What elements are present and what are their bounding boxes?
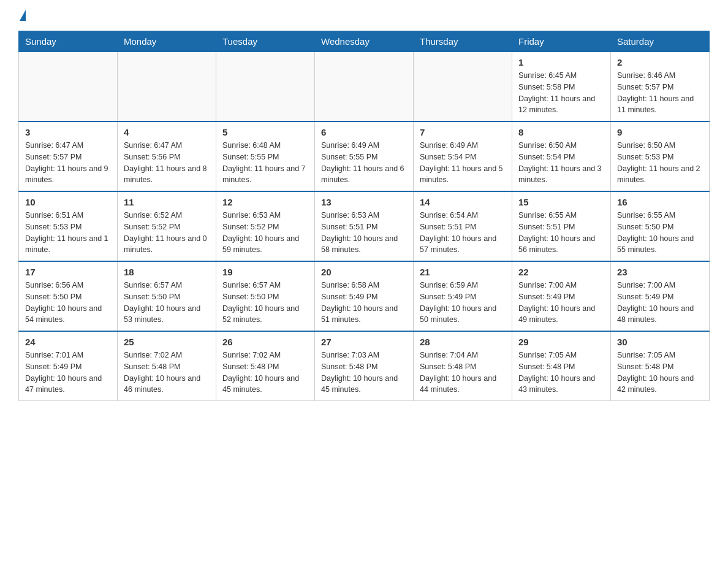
weekday-header-sunday: Sunday: [19, 31, 118, 52]
calendar-cell: 2Sunrise: 6:46 AMSunset: 5:57 PMDaylight…: [611, 52, 710, 122]
calendar-cell: 27Sunrise: 7:03 AMSunset: 5:48 PMDayligh…: [315, 331, 414, 401]
calendar-cell: 18Sunrise: 6:57 AMSunset: 5:50 PMDayligh…: [118, 261, 216, 331]
day-number: 12: [222, 197, 308, 207]
weekday-header-row: SundayMondayTuesdayWednesdayThursdayFrid…: [19, 31, 710, 52]
logo: [18, 12, 26, 18]
calendar-cell: [19, 52, 118, 122]
day-info: Sunrise: 6:46 AMSunset: 5:57 PMDaylight:…: [617, 70, 703, 116]
day-number: 21: [420, 267, 506, 277]
calendar-cell: 14Sunrise: 6:54 AMSunset: 5:51 PMDayligh…: [414, 191, 512, 261]
weekday-header-monday: Monday: [118, 31, 216, 52]
day-number: 5: [222, 127, 308, 137]
day-info: Sunrise: 6:56 AMSunset: 5:50 PMDaylight:…: [25, 280, 111, 326]
day-info: Sunrise: 6:55 AMSunset: 5:50 PMDaylight:…: [617, 210, 703, 256]
day-number: 20: [321, 267, 407, 277]
calendar-week-row: 3Sunrise: 6:47 AMSunset: 5:57 PMDaylight…: [19, 121, 710, 191]
calendar-cell: 22Sunrise: 7:00 AMSunset: 5:49 PMDayligh…: [512, 261, 611, 331]
calendar-cell: 10Sunrise: 6:51 AMSunset: 5:53 PMDayligh…: [19, 191, 118, 261]
calendar-cell: 8Sunrise: 6:50 AMSunset: 5:54 PMDaylight…: [512, 121, 611, 191]
calendar-cell: [315, 52, 414, 122]
calendar-cell: 29Sunrise: 7:05 AMSunset: 5:48 PMDayligh…: [512, 331, 611, 401]
calendar-cell: [414, 52, 512, 122]
day-number: 13: [321, 197, 407, 207]
calendar-cell: 26Sunrise: 7:02 AMSunset: 5:48 PMDayligh…: [216, 331, 315, 401]
day-info: Sunrise: 7:03 AMSunset: 5:48 PMDaylight:…: [321, 350, 407, 396]
day-number: 24: [25, 337, 111, 347]
day-number: 9: [617, 127, 703, 137]
day-info: Sunrise: 6:47 AMSunset: 5:57 PMDaylight:…: [25, 140, 111, 186]
day-info: Sunrise: 6:50 AMSunset: 5:53 PMDaylight:…: [617, 140, 703, 186]
day-info: Sunrise: 6:52 AMSunset: 5:52 PMDaylight:…: [124, 210, 210, 256]
calendar-cell: 9Sunrise: 6:50 AMSunset: 5:53 PMDaylight…: [611, 121, 710, 191]
day-info: Sunrise: 6:53 AMSunset: 5:51 PMDaylight:…: [321, 210, 407, 256]
day-number: 2: [617, 57, 703, 67]
day-info: Sunrise: 7:04 AMSunset: 5:48 PMDaylight:…: [420, 350, 506, 396]
day-info: Sunrise: 7:01 AMSunset: 5:49 PMDaylight:…: [25, 350, 111, 396]
day-number: 26: [222, 337, 308, 347]
day-number: 23: [617, 267, 703, 277]
calendar-cell: 6Sunrise: 6:49 AMSunset: 5:55 PMDaylight…: [315, 121, 414, 191]
calendar-cell: [118, 52, 216, 122]
day-info: Sunrise: 6:53 AMSunset: 5:52 PMDaylight:…: [222, 210, 308, 256]
calendar-cell: 28Sunrise: 7:04 AMSunset: 5:48 PMDayligh…: [414, 331, 512, 401]
calendar-table: SundayMondayTuesdayWednesdayThursdayFrid…: [18, 31, 710, 401]
calendar-cell: 30Sunrise: 7:05 AMSunset: 5:48 PMDayligh…: [611, 331, 710, 401]
calendar-cell: 24Sunrise: 7:01 AMSunset: 5:49 PMDayligh…: [19, 331, 118, 401]
day-number: 11: [124, 197, 210, 207]
calendar-week-row: 17Sunrise: 6:56 AMSunset: 5:50 PMDayligh…: [19, 261, 710, 331]
calendar-cell: [216, 52, 315, 122]
logo-triangle-icon: [20, 10, 26, 21]
day-number: 22: [518, 267, 604, 277]
weekday-header-wednesday: Wednesday: [315, 31, 414, 52]
day-number: 7: [420, 127, 506, 137]
day-info: Sunrise: 6:47 AMSunset: 5:56 PMDaylight:…: [124, 140, 210, 186]
day-info: Sunrise: 6:58 AMSunset: 5:49 PMDaylight:…: [321, 280, 407, 326]
day-info: Sunrise: 7:00 AMSunset: 5:49 PMDaylight:…: [518, 280, 604, 326]
day-number: 18: [124, 267, 210, 277]
calendar-cell: 21Sunrise: 6:59 AMSunset: 5:49 PMDayligh…: [414, 261, 512, 331]
day-number: 17: [25, 267, 111, 277]
day-number: 27: [321, 337, 407, 347]
day-info: Sunrise: 7:05 AMSunset: 5:48 PMDaylight:…: [617, 350, 703, 396]
calendar-cell: 7Sunrise: 6:49 AMSunset: 5:54 PMDaylight…: [414, 121, 512, 191]
calendar-week-row: 10Sunrise: 6:51 AMSunset: 5:53 PMDayligh…: [19, 191, 710, 261]
day-number: 16: [617, 197, 703, 207]
calendar-cell: 25Sunrise: 7:02 AMSunset: 5:48 PMDayligh…: [118, 331, 216, 401]
day-number: 1: [518, 57, 604, 67]
day-number: 14: [420, 197, 506, 207]
day-info: Sunrise: 6:57 AMSunset: 5:50 PMDaylight:…: [124, 280, 210, 326]
calendar-week-row: 24Sunrise: 7:01 AMSunset: 5:49 PMDayligh…: [19, 331, 710, 401]
day-info: Sunrise: 6:50 AMSunset: 5:54 PMDaylight:…: [518, 140, 604, 186]
day-number: 25: [124, 337, 210, 347]
weekday-header-tuesday: Tuesday: [216, 31, 315, 52]
calendar-cell: 5Sunrise: 6:48 AMSunset: 5:55 PMDaylight…: [216, 121, 315, 191]
day-info: Sunrise: 7:00 AMSunset: 5:49 PMDaylight:…: [617, 280, 703, 326]
calendar-cell: 12Sunrise: 6:53 AMSunset: 5:52 PMDayligh…: [216, 191, 315, 261]
weekday-header-friday: Friday: [512, 31, 611, 52]
day-info: Sunrise: 7:05 AMSunset: 5:48 PMDaylight:…: [518, 350, 604, 396]
day-number: 10: [25, 197, 111, 207]
calendar-cell: 1Sunrise: 6:45 AMSunset: 5:58 PMDaylight…: [512, 52, 611, 122]
calendar-cell: 4Sunrise: 6:47 AMSunset: 5:56 PMDaylight…: [118, 121, 216, 191]
day-info: Sunrise: 6:57 AMSunset: 5:50 PMDaylight:…: [222, 280, 308, 326]
calendar-cell: 3Sunrise: 6:47 AMSunset: 5:57 PMDaylight…: [19, 121, 118, 191]
day-info: Sunrise: 6:45 AMSunset: 5:58 PMDaylight:…: [518, 70, 604, 116]
day-number: 30: [617, 337, 703, 347]
day-number: 4: [124, 127, 210, 137]
day-number: 3: [25, 127, 111, 137]
calendar-cell: 13Sunrise: 6:53 AMSunset: 5:51 PMDayligh…: [315, 191, 414, 261]
day-number: 29: [518, 337, 604, 347]
day-info: Sunrise: 6:49 AMSunset: 5:54 PMDaylight:…: [420, 140, 506, 186]
day-number: 8: [518, 127, 604, 137]
day-info: Sunrise: 7:02 AMSunset: 5:48 PMDaylight:…: [222, 350, 308, 396]
weekday-header-saturday: Saturday: [611, 31, 710, 52]
day-info: Sunrise: 6:55 AMSunset: 5:51 PMDaylight:…: [518, 210, 604, 256]
calendar-cell: 15Sunrise: 6:55 AMSunset: 5:51 PMDayligh…: [512, 191, 611, 261]
day-number: 6: [321, 127, 407, 137]
day-info: Sunrise: 6:48 AMSunset: 5:55 PMDaylight:…: [222, 140, 308, 186]
day-info: Sunrise: 6:51 AMSunset: 5:53 PMDaylight:…: [25, 210, 111, 256]
day-number: 15: [518, 197, 604, 207]
calendar-week-row: 1Sunrise: 6:45 AMSunset: 5:58 PMDaylight…: [19, 52, 710, 122]
day-info: Sunrise: 6:49 AMSunset: 5:55 PMDaylight:…: [321, 140, 407, 186]
day-info: Sunrise: 7:02 AMSunset: 5:48 PMDaylight:…: [124, 350, 210, 396]
